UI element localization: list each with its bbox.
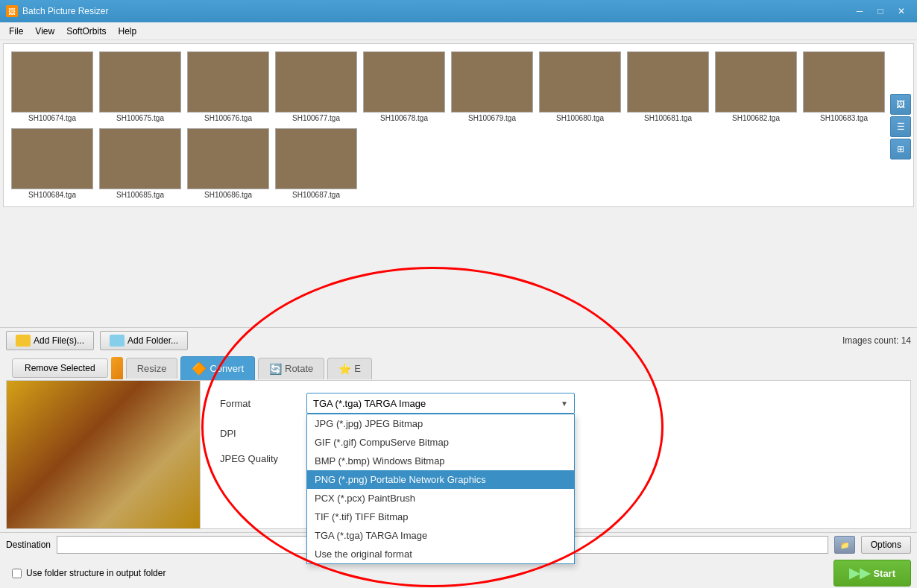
format-selected-value: TGA (*.tga) TARGA Image	[313, 398, 426, 409]
thumbnail-label: SH100676.tga	[204, 114, 252, 122]
images-count: Images count: 14	[842, 335, 911, 346]
tab-rotate[interactable]: 🔄 Rotate	[258, 358, 324, 379]
sidebar-grid-view[interactable]: ⊞	[890, 139, 911, 159]
thumbnail-image	[99, 128, 181, 189]
add-folder-button[interactable]: Add Folder...	[100, 331, 188, 350]
format-option-pcx[interactable]: PCX (*.pcx) PaintBrush	[307, 489, 574, 508]
list-item[interactable]: SH100684.tga	[10, 127, 95, 200]
thumbnail-image	[275, 128, 357, 189]
thumbnail-label: SH100675.tga	[116, 114, 164, 122]
sidebar-list-view[interactable]: ☰	[890, 116, 911, 137]
thumbnail-image	[187, 51, 269, 113]
thumbnail-image	[275, 51, 357, 113]
tab-resize[interactable]: Resize	[126, 358, 178, 379]
preview-image	[7, 381, 201, 528]
tab-effects[interactable]: ⭐ E	[327, 358, 372, 379]
use-folder-structure-checkbox[interactable]	[12, 569, 22, 578]
sidebar: 🖼 ☰ ⊞	[890, 94, 911, 159]
rotate-tab-label: Rotate	[285, 363, 313, 374]
list-item[interactable]: SH100682.tga	[713, 50, 798, 124]
content-panel: Format TGA (*.tga) TARGA Image ▼ JPG (*.…	[6, 380, 911, 529]
thumbnail-label: SH100687.tga	[292, 191, 340, 199]
thumbnail-label: SH100685.tga	[116, 191, 164, 199]
list-item[interactable]: SH100675.tga	[98, 50, 183, 124]
use-folder-structure-row: Use folder structure in output folder	[6, 566, 171, 580]
add-buttons-row: Add File(s)... Add Folder... Images coun…	[0, 327, 917, 353]
dropdown-arrow-icon: ▼	[561, 399, 568, 408]
list-item[interactable]: SH100679.tga	[450, 50, 535, 124]
list-item[interactable]: SH100677.tga	[274, 50, 359, 124]
start-button[interactable]: ▶▶ Start	[834, 560, 911, 587]
add-folder-icon	[110, 335, 125, 347]
use-folder-structure-label: Use folder structure in output folder	[26, 568, 166, 578]
thumbnail-image	[363, 51, 445, 113]
format-option-tif[interactable]: TIF (*.tif) TIFF Bitmap	[307, 508, 574, 526]
list-item[interactable]: SH100676.tga	[186, 50, 271, 124]
format-option-bmp[interactable]: BMP (*.bmp) Windows Bitmap	[307, 452, 574, 470]
remove-selected-button[interactable]: Remove Selected	[12, 358, 108, 378]
format-row: Format TGA (*.tga) TARGA Image ▼ JPG (*.…	[220, 393, 898, 414]
format-option-jpg[interactable]: JPG (*.jpg) JPEG Bitmap	[307, 414, 574, 433]
thumbnail-image	[99, 51, 181, 113]
format-option-gif[interactable]: GIF (*.gif) CompuServe Bitmap	[307, 433, 574, 452]
titlebar: 🖼 Batch Picture Resizer ─ □ ✕	[0, 0, 917, 22]
list-item[interactable]: SH100680.tga	[538, 50, 623, 124]
close-button[interactable]: ✕	[892, 4, 911, 19]
minimize-button[interactable]: ─	[850, 4, 869, 19]
menubar: File View SoftOrbits Help	[0, 22, 917, 40]
menu-help[interactable]: Help	[113, 25, 143, 38]
thumbnail-label: SH100680.tga	[556, 114, 604, 122]
thumbnail-image	[803, 51, 885, 113]
dpi-label: DPI	[220, 428, 294, 439]
thumbnail-label: SH100683.tga	[820, 114, 868, 122]
convert-tab-label: Convert	[209, 363, 244, 374]
list-item[interactable]: SH100678.tga	[362, 50, 447, 124]
format-option-original[interactable]: Use the original format	[307, 545, 574, 563]
list-item[interactable]: SH100687.tga	[274, 127, 359, 200]
thumbnail-label: SH100679.tga	[468, 114, 516, 122]
rotate-tab-icon: 🔄	[269, 363, 282, 375]
sidebar-thumbnail-view[interactable]: 🖼	[890, 94, 911, 115]
format-option-tga[interactable]: TGA (*.tga) TARGA Image	[307, 526, 574, 545]
list-item[interactable]: SH100674.tga	[10, 50, 95, 124]
add-file-icon	[16, 335, 31, 347]
options-button[interactable]: Options	[861, 536, 911, 554]
effects-tab-icon: ⭐	[338, 363, 351, 375]
format-dropdown[interactable]: TGA (*.tga) TARGA Image ▼	[306, 393, 575, 414]
start-arrow-icon: ▶▶	[849, 565, 870, 581]
convert-tab-icon: 🔶	[192, 361, 207, 376]
thumbnail-image	[627, 51, 709, 113]
format-dropdown-list: JPG (*.jpg) JPEG Bitmap GIF (*.gif) Comp…	[306, 414, 575, 564]
maximize-button[interactable]: □	[871, 4, 890, 19]
image-gallery: SH100674.tga SH100675.tga SH100676.tga S…	[3, 43, 914, 207]
thumbnail-image	[11, 51, 93, 113]
thumbnail-image	[187, 128, 269, 189]
thumbnail-label: SH100684.tga	[28, 191, 76, 199]
tab-convert[interactable]: 🔶 Convert	[180, 356, 255, 380]
format-option-png[interactable]: PNG (*.png) Portable Network Graphics	[307, 470, 574, 489]
format-dropdown-container: TGA (*.tga) TARGA Image ▼ JPG (*.jpg) JP…	[306, 393, 575, 414]
menu-view[interactable]: View	[29, 25, 60, 38]
add-files-button[interactable]: Add File(s)...	[6, 331, 94, 350]
list-item[interactable]: SH100685.tga	[98, 127, 183, 200]
thumbnail-image	[11, 128, 93, 189]
app-window: 🖼 Batch Picture Resizer ─ □ ✕ File View …	[0, 0, 917, 588]
list-item[interactable]: SH100681.tga	[625, 50, 710, 124]
thumbnail-image	[715, 51, 797, 113]
app-icon: 🖼	[6, 5, 18, 17]
format-label: Format	[220, 398, 294, 409]
thumbnail-label: SH100677.tga	[292, 114, 340, 122]
list-item[interactable]: SH100683.tga	[801, 50, 886, 124]
menu-softorbits[interactable]: SoftOrbits	[60, 25, 112, 38]
thumbnail-image	[539, 51, 621, 113]
thumbnail-label: SH100682.tga	[732, 114, 780, 122]
effects-tab-label: E	[354, 363, 361, 374]
destination-browse-button[interactable]: 📁	[834, 536, 855, 554]
titlebar-controls: ─ □ ✕	[850, 4, 911, 19]
titlebar-title: Batch Picture Resizer	[22, 6, 850, 16]
tabs-row: Remove Selected Resize 🔶 Convert 🔄 Rotat…	[0, 353, 917, 380]
thumbnail-image	[451, 51, 533, 113]
resize-tab-label: Resize	[137, 363, 167, 374]
list-item[interactable]: SH100686.tga	[186, 127, 271, 200]
menu-file[interactable]: File	[3, 25, 29, 38]
